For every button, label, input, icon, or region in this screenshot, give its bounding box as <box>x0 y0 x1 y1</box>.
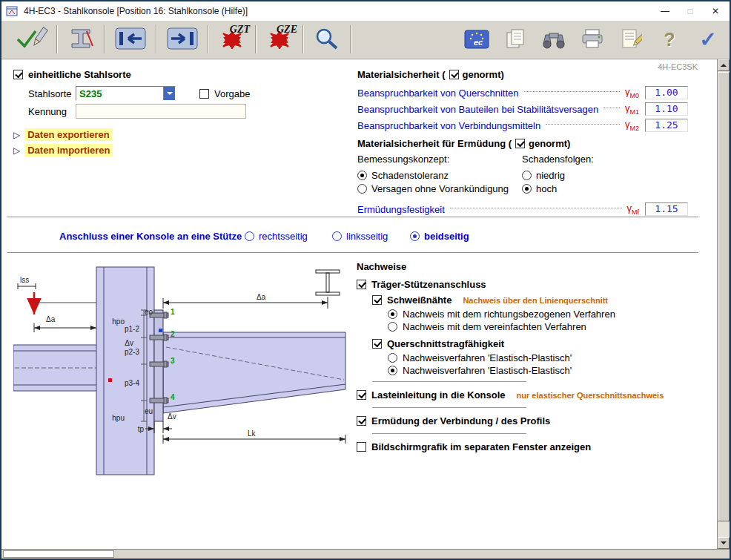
safety-title: Materialsicherheit ( <box>357 69 446 80</box>
confirm-button[interactable]: ✓ <box>694 24 722 54</box>
maximize-button[interactable]: □ <box>678 2 703 20</box>
minimize-button[interactable]: — <box>652 2 678 20</box>
steel-section: einheitliche Stahlsorte Stahlsorte S235 … <box>13 67 340 158</box>
content-area: 4H-EC3SK einheitliche Stahlsorte Stahlso… <box>1 59 730 549</box>
window-controls: — □ ✕ <box>652 2 728 20</box>
magnifier-icon <box>312 26 342 53</box>
separate-window-checkbox[interactable] <box>357 442 366 452</box>
left-side-label: linksseitig <box>346 231 388 242</box>
close-button[interactable]: ✕ <box>703 2 728 20</box>
kennung-input[interactable] <box>76 104 246 119</box>
beam-column-checkbox[interactable] <box>357 280 366 289</box>
right-side-radio[interactable] <box>245 231 254 241</box>
bolt-number-2: 2 <box>171 330 175 338</box>
scrollbar-track[interactable] <box>718 71 730 537</box>
material-safety-section: Materialsicherheit ( genormt) Beanspruch… <box>357 67 688 217</box>
label-dv-top: Δv <box>125 339 133 347</box>
gamma-m0-symbol: γM0 <box>625 86 639 99</box>
apply-check-button[interactable] <box>6 22 55 56</box>
gamma-mf-input[interactable]: 1.15 <box>645 202 688 216</box>
gzt-label: GZT <box>230 24 250 36</box>
copy-position-button[interactable] <box>501 24 529 54</box>
label-p12: p1-2 <box>125 325 139 333</box>
search-position-button[interactable] <box>540 24 568 54</box>
welds-hint: Nachweis über den Linienquerschnitt <box>463 296 608 305</box>
elastic-plastic-label: Nachweisverfahren 'Elastisch-Plastisch' <box>403 352 572 363</box>
dropdown-arrow-icon[interactable] <box>163 87 175 100</box>
connection-left-option[interactable]: linksseitig <box>332 231 388 242</box>
load-intro-checkbox[interactable] <box>357 390 366 400</box>
gamma-m2-label: Beanspruchbarkeit von Verbindungsmitteln <box>357 120 540 131</box>
scroll-up-button[interactable] <box>718 59 730 71</box>
import-data-link[interactable]: ▷ Daten importieren <box>13 142 340 158</box>
console-drawing: lss Δa <box>13 261 351 478</box>
gze-label: GZE <box>277 24 297 36</box>
gzt-loads-button[interactable]: GZT <box>211 22 254 56</box>
gamma-m2-input[interactable]: 1.25 <box>645 119 688 132</box>
genormt-checkbox[interactable] <box>449 70 459 79</box>
no-warning-radio[interactable] <box>357 184 367 194</box>
weld-directional-label: Nachweis mit dem richtungsbezogenen Verf… <box>403 309 615 320</box>
toolbar-separator <box>56 25 58 53</box>
gze-loads-button[interactable]: GZE <box>258 22 301 56</box>
scroll-down-button[interactable] <box>718 537 730 549</box>
main-panel: 4H-EC3SK einheitliche Stahlsorte Stahlso… <box>1 59 717 549</box>
divider <box>7 217 698 217</box>
label-dv-bottom: Δv <box>168 412 176 421</box>
damage-tolerance-radio[interactable] <box>357 171 367 180</box>
checks-title: Nachweise <box>357 261 705 277</box>
beam-column-label: Träger-Stützenanschluss <box>371 279 486 290</box>
steel-grade-select[interactable]: S235 <box>76 86 176 101</box>
gamma-m2-symbol: γM2 <box>625 119 639 132</box>
status-field <box>3 550 114 558</box>
notes-pencil-icon <box>620 27 642 52</box>
question-mark-icon: ? <box>664 29 675 50</box>
vorgabe-checkbox[interactable] <box>199 89 209 99</box>
reference-point-marker <box>159 329 162 332</box>
centroid-marker <box>108 378 112 382</box>
weld-simplified-radio[interactable] <box>388 322 397 332</box>
window-title: 4H-EC3 - Stahlkonsole [Position 16: Stah… <box>24 6 652 16</box>
fatigue-check-checkbox[interactable] <box>357 416 366 426</box>
uniform-steel-checkbox[interactable] <box>13 70 23 79</box>
ec-label: ec <box>474 38 483 47</box>
cross-section-checkbox[interactable] <box>372 339 382 349</box>
dot-leader <box>546 124 620 125</box>
both-sides-radio[interactable] <box>410 231 420 241</box>
gamma-m0-input[interactable]: 1.00 <box>645 86 688 99</box>
high-consequence-radio[interactable] <box>522 184 532 194</box>
divider <box>7 252 698 253</box>
printer-icon <box>580 28 604 51</box>
profile-selection-button[interactable] <box>59 22 102 56</box>
damage-tolerance-label: Schadenstoleranz <box>371 170 449 181</box>
welds-checkbox[interactable] <box>372 295 382 305</box>
help-button[interactable]: ? <box>655 24 684 54</box>
elastic-plastic-radio[interactable] <box>388 353 397 363</box>
export-data-link[interactable]: ▷ Daten exportieren <box>13 127 340 142</box>
previous-position-button[interactable] <box>107 22 154 56</box>
weld-directional-radio[interactable] <box>388 309 397 319</box>
elastic-elastic-radio[interactable] <box>388 366 397 375</box>
connection-right-option[interactable]: rechtsseitig <box>245 231 308 242</box>
view-results-button[interactable] <box>305 22 348 56</box>
low-consequence-radio[interactable] <box>522 171 532 180</box>
eurocode-button[interactable]: ec <box>463 24 491 54</box>
connection-section: Anschluss einer Konsole an eine Stütze r… <box>1 228 692 246</box>
load-intro-label: Lasteinleitung in die Konsole <box>371 389 506 401</box>
gamma-m2-row: Beanspruchbarkeit von Verbindungsmitteln… <box>357 117 688 134</box>
right-side-label: rechtsseitig <box>259 231 308 242</box>
left-side-radio[interactable] <box>332 231 342 241</box>
connection-both-option[interactable]: beidseitig <box>410 231 469 242</box>
kennung-label: Kennung <box>28 106 76 117</box>
notes-button[interactable] <box>617 24 645 54</box>
next-position-button[interactable] <box>159 22 206 56</box>
i-section-symbol <box>316 270 340 295</box>
fatigue-genormt-checkbox[interactable] <box>515 139 525 148</box>
fatigue-safety-title: Materialsicherheit für Ermüdung ( <box>357 138 512 149</box>
gamma-m1-input[interactable]: 1.10 <box>645 102 688 116</box>
scrollbar-thumb[interactable] <box>718 72 730 521</box>
vertical-scrollbar[interactable] <box>717 59 730 549</box>
print-button[interactable] <box>578 24 606 54</box>
high-consequence-label: hoch <box>536 183 557 194</box>
toolbar: GZT GZE ec <box>1 21 730 59</box>
